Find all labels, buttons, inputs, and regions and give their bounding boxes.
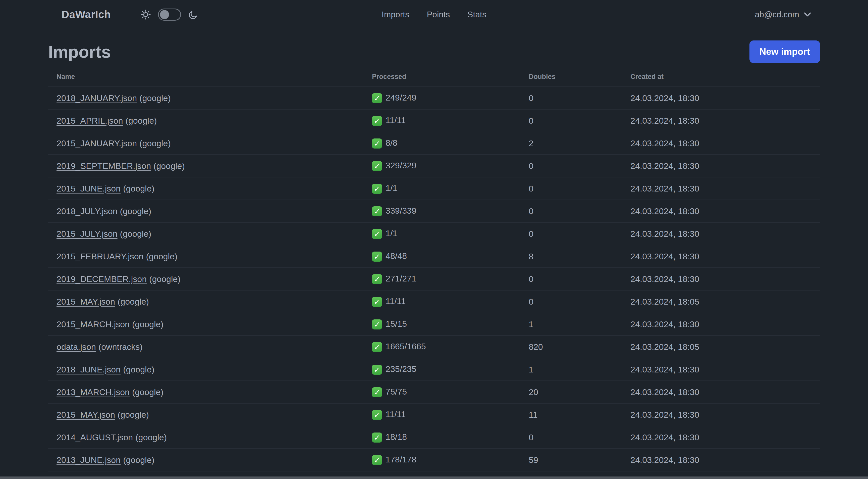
doubles-cell: 1	[520, 313, 622, 335]
doubles-count: 11	[529, 410, 537, 419]
created-at-cell: 24.03.2024, 18:05	[622, 335, 820, 358]
doubles-count: 820	[529, 342, 543, 352]
import-source: (google)	[123, 365, 154, 374]
import-file-link[interactable]: 2015_FEBRUARY.json	[57, 251, 144, 261]
created-at-cell: 24.03.2024, 18:30	[622, 200, 820, 222]
processed-cell: ✓11/11	[364, 290, 520, 313]
processed-count: 11/11	[385, 296, 406, 306]
table-body: 2018_JANUARY.json(google) ✓249/249 0 24.…	[48, 87, 820, 479]
processed-count: 329/329	[385, 160, 416, 170]
table-row: 2013_JUNE.json(google) ✓178/178 59 24.03…	[48, 449, 820, 471]
processed-count: 1/1	[385, 229, 397, 238]
doubles-count: 0	[529, 116, 533, 125]
moon-icon	[188, 9, 199, 20]
created-at-value: 24.03.2024, 18:30	[630, 410, 699, 419]
table-row: 2015_JULY.json(google) ✓1/1 0 24.03.2024…	[48, 222, 820, 245]
table-header-row: Name Processed Doubles Created at	[48, 67, 820, 87]
name-cell: 2013_MARCH.json(google)	[48, 381, 364, 403]
name-cell: 2015_MARCH.json(google)	[48, 313, 364, 335]
import-file-link[interactable]: 2019_SEPTEMBER.json	[57, 161, 151, 171]
doubles-cell: 0	[520, 109, 622, 132]
nav-item-stats[interactable]: Stats	[467, 10, 486, 19]
table-row: 2015_APRIL.json(google) ✓11/11 0 24.03.2…	[48, 109, 820, 132]
processed-count: 11/11	[385, 115, 406, 125]
created-at-cell: 24.03.2024, 18:30	[622, 426, 820, 449]
check-mark-icon: ✓	[372, 365, 382, 375]
import-file-link[interactable]: odata.json	[57, 342, 96, 352]
imports-page: Imports New import Name Processed Double…	[0, 40, 868, 479]
dark-mode-toggle[interactable]	[158, 8, 181, 21]
check-mark-icon: ✓	[372, 387, 382, 397]
created-at-value: 24.03.2024, 18:30	[630, 365, 699, 374]
check-mark-icon: ✓	[372, 116, 382, 126]
import-file-link[interactable]: 2015_JANUARY.json	[57, 139, 137, 148]
import-source: (owntracks)	[98, 342, 143, 352]
doubles-cell: 1	[520, 358, 622, 381]
import-file-link[interactable]: 2015_APRIL.json	[57, 116, 123, 125]
import-file-link[interactable]: 2015_JUNE.json	[57, 184, 121, 193]
import-source: (google)	[135, 432, 167, 442]
doubles-count: 59	[529, 455, 538, 465]
page-title: Imports	[48, 42, 111, 62]
name-cell: 2018_JANUARY.json(google)	[48, 87, 364, 109]
import-file-link[interactable]: 2013_JUNE.json	[57, 455, 121, 465]
created-at-cell: 24.03.2024, 18:30	[622, 268, 820, 290]
created-at-cell: 24.03.2024, 18:30	[622, 132, 820, 155]
check-mark-icon: ✓	[372, 320, 382, 329]
processed-cell: ✓271/271	[364, 268, 520, 290]
created-at-cell: 24.03.2024, 18:30	[622, 358, 820, 381]
import-source: (google)	[118, 410, 149, 419]
doubles-cell: 11	[520, 403, 622, 426]
processed-cell: ✓75/75	[364, 381, 520, 403]
import-file-link[interactable]: 2018_JUNE.json	[57, 365, 121, 374]
account-menu[interactable]: ab@cd.com	[755, 10, 811, 19]
processed-count: 235/235	[385, 364, 416, 374]
horizontal-scrollbar[interactable]	[0, 477, 868, 479]
app-logo[interactable]: DaWarIch	[62, 8, 111, 21]
import-source: (google)	[140, 139, 171, 148]
doubles-count: 0	[529, 184, 533, 193]
processed-count: 8/8	[385, 138, 397, 148]
processed-cell: ✓339/339	[364, 200, 520, 222]
import-source: (google)	[123, 455, 154, 465]
doubles-count: 0	[529, 161, 533, 171]
import-file-link[interactable]: 2018_JULY.json	[57, 206, 118, 216]
check-mark-icon: ✓	[372, 274, 382, 284]
import-file-link[interactable]: 2015_MAY.json	[57, 410, 115, 419]
name-cell: 2018_JULY.json(google)	[48, 200, 364, 222]
doubles-count: 2	[529, 139, 533, 148]
page-head: Imports New import	[48, 40, 820, 63]
name-cell: 2015_JANUARY.json(google)	[48, 132, 364, 155]
import-source: (google)	[146, 251, 178, 261]
created-at-value: 24.03.2024, 18:05	[630, 297, 699, 306]
column-header-name: Name	[48, 67, 364, 87]
processed-cell: ✓15/15	[364, 313, 520, 335]
created-at-value: 24.03.2024, 18:30	[630, 139, 699, 148]
nav-item-imports[interactable]: Imports	[382, 10, 409, 19]
import-source: (google)	[132, 320, 163, 329]
check-mark-icon: ✓	[372, 139, 382, 149]
check-mark-icon: ✓	[372, 184, 382, 194]
import-file-link[interactable]: 2015_MAY.json	[57, 297, 115, 306]
import-file-link[interactable]: 2013_MARCH.json	[57, 387, 130, 397]
import-file-link[interactable]: 2015_MARCH.json	[57, 320, 130, 329]
name-cell: 2015_MAY.json(google)	[48, 290, 364, 313]
created-at-value: 24.03.2024, 18:30	[630, 206, 699, 216]
created-at-cell: 24.03.2024, 18:30	[622, 381, 820, 403]
table-row: 2019_DECEMBER.json(google) ✓271/271 0 24…	[48, 268, 820, 290]
name-cell: 2015_APRIL.json(google)	[48, 109, 364, 132]
nav-item-points[interactable]: Points	[427, 10, 450, 19]
doubles-count: 0	[529, 297, 533, 306]
import-file-link[interactable]: 2018_JANUARY.json	[57, 93, 137, 103]
doubles-cell: 59	[520, 449, 622, 471]
import-file-link[interactable]: 2015_JULY.json	[57, 229, 118, 239]
check-mark-icon: ✓	[372, 93, 382, 103]
processed-count: 249/249	[385, 93, 416, 102]
doubles-count: 0	[529, 206, 533, 216]
created-at-cell: 24.03.2024, 18:30	[622, 177, 820, 200]
import-file-link[interactable]: 2019_DECEMBER.json	[57, 274, 147, 284]
processed-count: 178/178	[385, 455, 416, 464]
new-import-button[interactable]: New import	[749, 40, 820, 63]
import-file-link[interactable]: 2014_AUGUST.json	[57, 432, 133, 442]
doubles-count: 0	[529, 229, 533, 239]
